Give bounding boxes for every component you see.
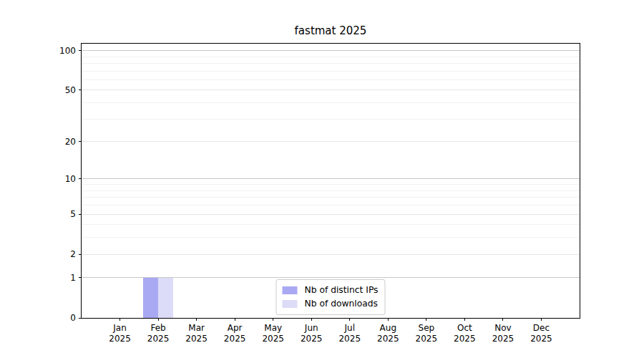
bar-nb-of-distinct-ips — [143, 278, 158, 318]
x-tick-label: Jul2025 — [328, 323, 371, 344]
y-tick — [79, 178, 82, 179]
x-tick-year: 2025 — [443, 334, 486, 344]
y-tick-label: 5 — [34, 208, 76, 220]
x-tick-label: Oct2025 — [443, 323, 486, 344]
legend-label: Nb of distinct IPs — [304, 285, 378, 296]
x-tick — [273, 318, 273, 321]
y-minor-gridline — [82, 184, 580, 185]
y-tick-label: 20 — [34, 136, 76, 147]
x-tick-label: Mar2025 — [175, 323, 218, 344]
x-tick-label: May2025 — [252, 323, 295, 344]
x-tick-year: 2025 — [252, 334, 295, 344]
x-tick-year: 2025 — [290, 334, 333, 344]
x-tick-label: Apr2025 — [213, 323, 256, 344]
x-tick-label: Feb2025 — [137, 323, 180, 344]
x-tick-label: Jan2025 — [99, 323, 142, 344]
y-minor-gridline — [82, 190, 580, 191]
legend-label: Nb of downloads — [304, 299, 378, 309]
x-tick-year: 2025 — [99, 334, 142, 344]
x-tick-label: Dec2025 — [519, 323, 562, 344]
x-tick-month: Aug — [366, 323, 409, 334]
y-minor-gridline — [82, 237, 580, 238]
y-minor-gridline — [82, 79, 580, 80]
x-tick-label: Nov2025 — [482, 323, 525, 344]
x-tick — [464, 318, 465, 321]
y-minor-gridline — [82, 102, 580, 103]
x-tick — [311, 318, 312, 321]
x-tick-month: Dec — [519, 323, 562, 334]
y-minor-gridline — [82, 71, 580, 72]
y-tick — [79, 50, 82, 51]
y-decade-gridline — [82, 50, 580, 51]
x-tick-label: Aug2025 — [366, 323, 409, 344]
x-tick-month: Nov — [482, 323, 525, 334]
y-tick-label: 10 — [34, 173, 76, 185]
y-tick — [79, 277, 82, 278]
y-gridline — [82, 90, 580, 90]
x-tick — [349, 318, 350, 321]
x-tick — [235, 318, 235, 321]
x-tick — [158, 318, 159, 321]
x-tick — [541, 318, 542, 321]
x-tick-month: Jun — [290, 323, 333, 334]
y-gridline — [82, 254, 580, 255]
y-tick-label: 2 — [34, 248, 76, 260]
x-tick-label: Sep2025 — [405, 323, 448, 344]
x-tick — [426, 318, 426, 321]
x-tick-month: Sep — [405, 323, 448, 334]
x-tick-label: Jun2025 — [290, 323, 333, 344]
y-minor-gridline — [82, 224, 580, 225]
x-tick-month: Apr — [213, 323, 256, 334]
x-tick-year: 2025 — [405, 334, 448, 344]
x-tick-year: 2025 — [137, 334, 180, 344]
x-tick-month: May — [252, 323, 295, 334]
y-gridline — [82, 141, 580, 142]
x-tick-year: 2025 — [328, 334, 371, 344]
chart-title: fastmat 2025 — [82, 24, 580, 38]
y-tick — [79, 318, 82, 319]
x-tick-month: Mar — [175, 323, 218, 334]
x-tick-month: Jul — [328, 323, 371, 334]
legend-swatch-icon — [282, 300, 297, 308]
x-tick-month: Jan — [99, 323, 142, 334]
x-tick — [388, 318, 389, 321]
legend: Nb of distinct IPsNb of downloads — [275, 279, 385, 315]
y-gridline — [82, 214, 580, 215]
y-tick-label: 1 — [34, 272, 76, 284]
y-minor-gridline — [82, 119, 580, 120]
y-tick — [79, 141, 82, 142]
x-tick — [196, 318, 197, 321]
x-tick-year: 2025 — [519, 334, 562, 344]
x-tick-month: Feb — [137, 323, 180, 334]
x-tick — [119, 318, 120, 321]
x-tick-year: 2025 — [213, 334, 256, 344]
figure: fastmat 2025 Nb of distinct IPsNb of dow… — [0, 0, 644, 358]
x-tick-year: 2025 — [366, 334, 409, 344]
y-tick-label: 50 — [34, 84, 76, 96]
bar-nb-of-downloads — [158, 278, 173, 318]
y-tick — [79, 214, 82, 215]
y-tick — [79, 90, 82, 90]
y-tick-label: 100 — [34, 45, 76, 57]
legend-swatch-icon — [282, 286, 297, 294]
x-tick-year: 2025 — [482, 334, 525, 344]
y-minor-gridline — [82, 63, 580, 64]
x-tick-year: 2025 — [175, 334, 218, 344]
y-minor-gridline — [82, 197, 580, 198]
y-tick-label: 0 — [34, 312, 76, 324]
y-decade-gridline — [82, 178, 580, 179]
x-tick-month: Oct — [443, 323, 486, 334]
legend-row: Nb of distinct IPs — [282, 284, 378, 297]
y-tick — [79, 254, 82, 255]
y-minor-gridline — [82, 57, 580, 57]
x-tick — [502, 318, 503, 321]
legend-row: Nb of downloads — [282, 297, 378, 311]
y-minor-gridline — [82, 205, 580, 205]
